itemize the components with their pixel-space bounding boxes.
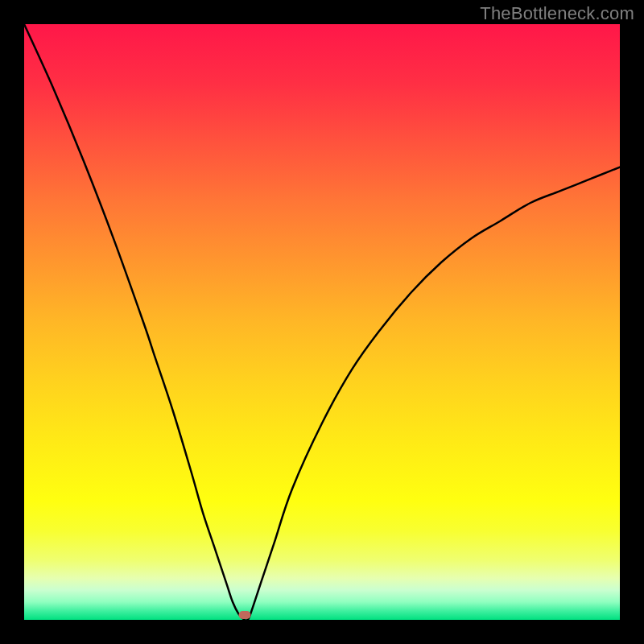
optimal-point-marker <box>238 611 250 619</box>
plot-area <box>24 24 620 620</box>
chart-frame: TheBottleneck.com <box>0 0 644 644</box>
background-gradient <box>24 24 620 620</box>
watermark-text: TheBottleneck.com <box>480 3 634 24</box>
svg-rect-0 <box>24 24 620 620</box>
